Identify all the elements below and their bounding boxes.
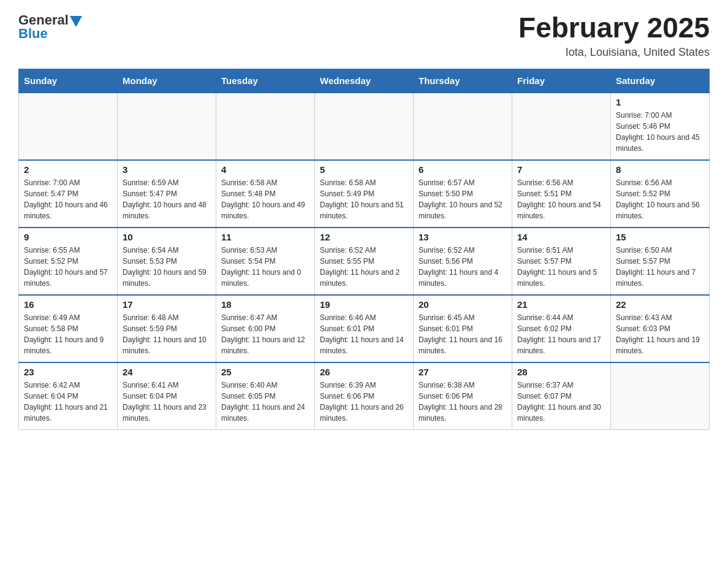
- calendar-cell: 10Sunrise: 6:54 AMSunset: 5:53 PMDayligh…: [118, 228, 216, 295]
- page-header: General Blue February 2025 Iota, Louisia…: [18, 12, 710, 59]
- column-header-sunday: Sunday: [19, 69, 118, 93]
- title-block: February 2025 Iota, Louisiana, United St…: [518, 12, 710, 59]
- calendar-cell: 13Sunrise: 6:52 AMSunset: 5:56 PMDayligh…: [414, 228, 512, 295]
- column-header-thursday: Thursday: [414, 69, 512, 93]
- day-number: 20: [419, 299, 507, 310]
- day-info: Sunrise: 6:54 AMSunset: 5:53 PMDaylight:…: [123, 245, 211, 289]
- day-number: 5: [320, 164, 408, 175]
- day-number: 24: [123, 367, 211, 377]
- day-info: Sunrise: 7:00 AMSunset: 5:47 PMDaylight:…: [24, 177, 112, 221]
- day-number: 14: [517, 232, 605, 242]
- calendar-cell: [512, 93, 611, 160]
- calendar-week-row: 2Sunrise: 7:00 AMSunset: 5:47 PMDaylight…: [19, 160, 710, 228]
- day-info: Sunrise: 6:47 AMSunset: 6:00 PMDaylight:…: [221, 312, 309, 356]
- day-number: 12: [320, 232, 408, 242]
- calendar-week-row: 23Sunrise: 6:42 AMSunset: 6:04 PMDayligh…: [19, 362, 710, 430]
- day-info: Sunrise: 6:57 AMSunset: 5:50 PMDaylight:…: [419, 177, 507, 221]
- calendar-cell: 25Sunrise: 6:40 AMSunset: 6:05 PMDayligh…: [216, 362, 315, 430]
- column-header-saturday: Saturday: [611, 69, 710, 93]
- day-info: Sunrise: 6:58 AMSunset: 5:48 PMDaylight:…: [221, 177, 309, 221]
- day-number: 26: [320, 367, 408, 377]
- day-number: 27: [419, 367, 507, 377]
- calendar-cell: 3Sunrise: 6:59 AMSunset: 5:47 PMDaylight…: [118, 160, 216, 228]
- day-number: 3: [123, 164, 211, 175]
- logo-blue-text: Blue: [18, 26, 82, 42]
- day-info: Sunrise: 6:56 AMSunset: 5:51 PMDaylight:…: [517, 177, 605, 221]
- day-info: Sunrise: 6:41 AMSunset: 6:04 PMDaylight:…: [123, 380, 211, 424]
- calendar-cell: 19Sunrise: 6:46 AMSunset: 6:01 PMDayligh…: [315, 295, 414, 362]
- calendar-cell: [611, 362, 710, 430]
- calendar-cell: 27Sunrise: 6:38 AMSunset: 6:06 PMDayligh…: [414, 362, 512, 430]
- day-number: 19: [320, 299, 408, 310]
- calendar-cell: [414, 93, 512, 160]
- day-number: 17: [123, 299, 211, 310]
- day-info: Sunrise: 6:52 AMSunset: 5:56 PMDaylight:…: [419, 245, 507, 289]
- calendar-cell: [19, 93, 118, 160]
- calendar-week-row: 16Sunrise: 6:49 AMSunset: 5:58 PMDayligh…: [19, 295, 710, 362]
- calendar-header-row: SundayMondayTuesdayWednesdayThursdayFrid…: [19, 69, 710, 93]
- calendar-cell: 12Sunrise: 6:52 AMSunset: 5:55 PMDayligh…: [315, 228, 414, 295]
- day-info: Sunrise: 6:40 AMSunset: 6:05 PMDaylight:…: [221, 380, 309, 424]
- day-info: Sunrise: 6:46 AMSunset: 6:01 PMDaylight:…: [320, 312, 408, 356]
- calendar-cell: 2Sunrise: 7:00 AMSunset: 5:47 PMDaylight…: [19, 160, 118, 228]
- calendar-cell: 15Sunrise: 6:50 AMSunset: 5:57 PMDayligh…: [611, 228, 710, 295]
- calendar-cell: 11Sunrise: 6:53 AMSunset: 5:54 PMDayligh…: [216, 228, 315, 295]
- day-info: Sunrise: 6:38 AMSunset: 6:06 PMDaylight:…: [419, 380, 507, 424]
- day-info: Sunrise: 6:48 AMSunset: 5:59 PMDaylight:…: [123, 312, 211, 356]
- calendar-cell: 23Sunrise: 6:42 AMSunset: 6:04 PMDayligh…: [19, 362, 118, 430]
- day-number: 4: [221, 164, 309, 175]
- day-number: 16: [24, 299, 112, 310]
- day-info: Sunrise: 6:44 AMSunset: 6:02 PMDaylight:…: [517, 312, 605, 356]
- calendar-week-row: 9Sunrise: 6:55 AMSunset: 5:52 PMDaylight…: [19, 228, 710, 295]
- day-number: 1: [616, 97, 704, 107]
- calendar-cell: 18Sunrise: 6:47 AMSunset: 6:00 PMDayligh…: [216, 295, 315, 362]
- day-number: 21: [517, 299, 605, 310]
- day-info: Sunrise: 6:42 AMSunset: 6:04 PMDaylight:…: [24, 380, 112, 424]
- calendar-cell: [216, 93, 315, 160]
- column-header-tuesday: Tuesday: [216, 69, 315, 93]
- column-header-friday: Friday: [512, 69, 611, 93]
- day-info: Sunrise: 6:51 AMSunset: 5:57 PMDaylight:…: [517, 245, 605, 289]
- day-number: 2: [24, 164, 112, 175]
- day-info: Sunrise: 6:37 AMSunset: 6:07 PMDaylight:…: [517, 380, 605, 424]
- day-number: 9: [24, 232, 112, 242]
- calendar-cell: 26Sunrise: 6:39 AMSunset: 6:06 PMDayligh…: [315, 362, 414, 430]
- calendar-cell: 14Sunrise: 6:51 AMSunset: 5:57 PMDayligh…: [512, 228, 611, 295]
- day-number: 11: [221, 232, 309, 242]
- calendar-cell: 9Sunrise: 6:55 AMSunset: 5:52 PMDaylight…: [19, 228, 118, 295]
- column-header-wednesday: Wednesday: [315, 69, 414, 93]
- day-number: 7: [517, 164, 605, 175]
- day-number: 22: [616, 299, 704, 310]
- day-info: Sunrise: 6:49 AMSunset: 5:58 PMDaylight:…: [24, 312, 112, 356]
- day-info: Sunrise: 6:58 AMSunset: 5:49 PMDaylight:…: [320, 177, 408, 221]
- calendar-cell: 28Sunrise: 6:37 AMSunset: 6:07 PMDayligh…: [512, 362, 611, 430]
- calendar-cell: 1Sunrise: 7:00 AMSunset: 5:46 PMDaylight…: [611, 93, 710, 160]
- day-number: 28: [517, 367, 605, 377]
- day-info: Sunrise: 6:55 AMSunset: 5:52 PMDaylight:…: [24, 245, 112, 289]
- day-number: 6: [419, 164, 507, 175]
- day-info: Sunrise: 6:50 AMSunset: 5:57 PMDaylight:…: [616, 245, 704, 289]
- calendar-cell: 17Sunrise: 6:48 AMSunset: 5:59 PMDayligh…: [118, 295, 216, 362]
- calendar-cell: 22Sunrise: 6:43 AMSunset: 6:03 PMDayligh…: [611, 295, 710, 362]
- calendar-cell: 5Sunrise: 6:58 AMSunset: 5:49 PMDaylight…: [315, 160, 414, 228]
- column-header-monday: Monday: [118, 69, 216, 93]
- calendar-cell: 6Sunrise: 6:57 AMSunset: 5:50 PMDaylight…: [414, 160, 512, 228]
- day-info: Sunrise: 7:00 AMSunset: 5:46 PMDaylight:…: [616, 110, 704, 154]
- calendar-week-row: 1Sunrise: 7:00 AMSunset: 5:46 PMDaylight…: [19, 93, 710, 160]
- calendar-title: February 2025: [518, 12, 710, 44]
- calendar-table: SundayMondayTuesdayWednesdayThursdayFrid…: [18, 69, 710, 431]
- day-number: 18: [221, 299, 309, 310]
- day-info: Sunrise: 6:52 AMSunset: 5:55 PMDaylight:…: [320, 245, 408, 289]
- calendar-cell: [118, 93, 216, 160]
- calendar-cell: 20Sunrise: 6:45 AMSunset: 6:01 PMDayligh…: [414, 295, 512, 362]
- day-info: Sunrise: 6:53 AMSunset: 5:54 PMDaylight:…: [221, 245, 309, 289]
- day-info: Sunrise: 6:56 AMSunset: 5:52 PMDaylight:…: [616, 177, 704, 221]
- day-number: 15: [616, 232, 704, 242]
- day-info: Sunrise: 6:39 AMSunset: 6:06 PMDaylight:…: [320, 380, 408, 424]
- day-number: 13: [419, 232, 507, 242]
- logo: General Blue: [18, 12, 82, 42]
- day-number: 25: [221, 367, 309, 377]
- calendar-cell: 7Sunrise: 6:56 AMSunset: 5:51 PMDaylight…: [512, 160, 611, 228]
- day-number: 8: [616, 164, 704, 175]
- calendar-cell: 4Sunrise: 6:58 AMSunset: 5:48 PMDaylight…: [216, 160, 315, 228]
